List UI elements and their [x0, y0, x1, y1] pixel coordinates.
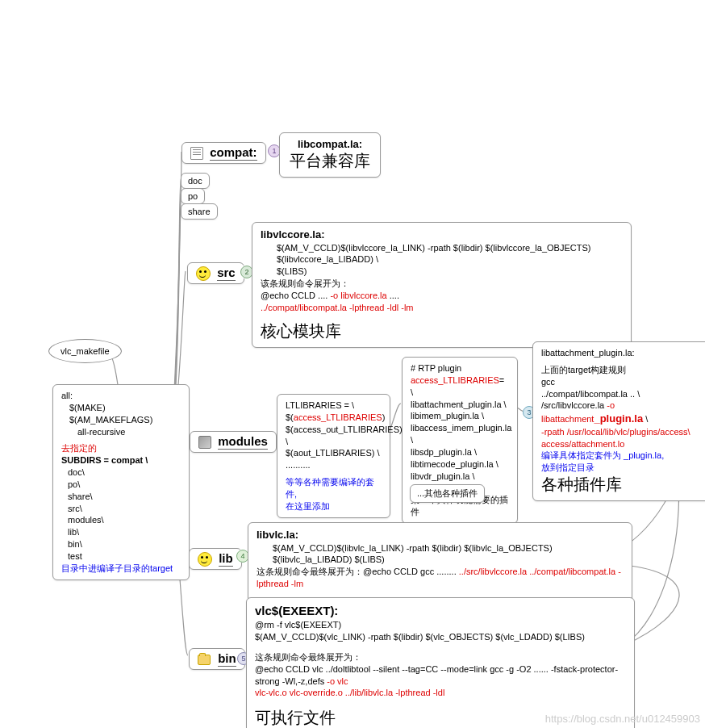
bin-label: bin	[218, 651, 236, 667]
bin-output: vlc$(EXEEXT): @rm -f vlc$(EXEEXT) $(AM_V…	[246, 597, 635, 728]
t: libimem_plugin.la \	[411, 410, 509, 422]
t: po\	[61, 479, 181, 491]
t: ../compat/libcompat.la -lpthread -ldl -l…	[261, 302, 623, 314]
t: @echo CCLD vlc ../doltlibtool --silent -…	[255, 664, 618, 686]
watermark: https://blog.csdn.net/u012459903	[545, 713, 700, 725]
t: libsdp_plugin.la \	[411, 446, 509, 458]
t: share\	[61, 491, 181, 503]
t: 核心模块库	[261, 320, 623, 342]
t: 放到指定目录	[541, 462, 703, 474]
t: libvlccore.la:	[261, 228, 623, 242]
compat-output: libcompat.la: 平台兼容库	[279, 132, 381, 178]
t: src\	[61, 503, 181, 515]
t: -o vlc	[327, 676, 348, 686]
t: $(MAKE) $(AM_MAKEFLAGS)	[61, 402, 181, 426]
t: $(AM_V_CCLD)$(vlc_LINK) -rpath $(libdir)…	[255, 631, 626, 643]
t: 这条规则命令最终展开为：	[257, 567, 363, 576]
t: 平台兼容库	[288, 150, 372, 172]
t: po	[188, 191, 198, 201]
t: )	[382, 412, 386, 422]
t: all-recursive	[61, 426, 181, 438]
t: share	[188, 207, 211, 216]
t: SUBDIRS = compat \	[61, 455, 148, 465]
t: doc\	[61, 467, 181, 479]
t: 编译具体指定套件为 _plugin.la,	[541, 450, 703, 462]
t: test	[61, 550, 181, 563]
subdirs-box: all: $(MAKE) $(AM_MAKEFLAGS) all-recursi…	[52, 384, 190, 580]
folder-icon	[198, 655, 211, 665]
document-icon	[190, 147, 203, 160]
modules-node: modules	[190, 431, 277, 453]
src-node: src	[187, 262, 244, 284]
t: $(AM_V_CCLD)$(libvlccore_la_LINK) -rpath…	[261, 242, 623, 266]
t: bin\	[61, 538, 181, 550]
t: vlc-vlc.o vlc-override.o ../lib/libvlc.l…	[255, 687, 626, 699]
t: doc	[188, 176, 202, 186]
t: 这条规则命令最终展开为：	[255, 651, 626, 663]
t: libcompat.la:	[288, 138, 372, 150]
doc-node: doc	[181, 173, 210, 189]
t: gcc	[541, 376, 703, 388]
t: all:	[61, 390, 181, 402]
src-label: src	[217, 266, 236, 281]
t: access/attachment.lo	[541, 438, 703, 450]
t: ...其他各种插件	[417, 488, 478, 498]
t: access_LTLIBRARIES	[411, 375, 499, 385]
root-label: vlc_makefile	[60, 346, 110, 356]
t: $(	[286, 412, 294, 422]
t: libvlc.la:	[257, 528, 624, 542]
t: @echo CCLD gcc ........	[363, 567, 459, 576]
lib-node: lib	[189, 548, 242, 570]
src-output: libvlccore.la: $(AM_V_CCLD)$(libvlccore_…	[252, 222, 632, 348]
t: 上面的target构建规则	[541, 364, 703, 376]
modules-other-plugins: ...其他各种插件	[410, 484, 485, 503]
t: -o libvlccore.la	[330, 291, 386, 300]
t: -rpath /usr/local/lib/vlc/plugins/access…	[541, 426, 703, 438]
face-icon	[198, 552, 212, 567]
t: $(aout_LTLIBRARIES) \	[286, 447, 382, 459]
t: 各种插件库	[541, 474, 703, 496]
t: ..........	[286, 459, 382, 471]
root-node: vlc_makefile	[48, 339, 122, 363]
t: $(AM_V_CCLD)$(libvlc_la_LINK) -rpath $(l…	[257, 542, 624, 567]
t: @echo CCLD ....	[261, 291, 330, 300]
t: libattachment_plugin.la:	[541, 347, 703, 359]
t: 在这里添加	[286, 500, 382, 513]
t: /src/libvlccore.la	[541, 400, 607, 410]
t: libattachment_plugin.la \	[411, 399, 509, 411]
t: LTLIBRARIES = \	[286, 400, 382, 412]
t: $(LIBS)	[261, 266, 623, 278]
t: lib\	[61, 526, 181, 538]
po-node: po	[181, 188, 205, 204]
modules-label: modules	[218, 434, 268, 450]
face-icon	[196, 266, 211, 281]
t-red: 去指定的	[61, 442, 181, 454]
t: _plugin.la	[594, 412, 643, 425]
t: $(access_out_LTLIBRARIES) \	[286, 424, 382, 448]
t: libtimecode_plugin.la \	[411, 458, 509, 471]
modules-plugin-output: libattachment_plugin.la: 上面的target构建规则 g…	[532, 341, 705, 501]
share-node: share	[181, 203, 218, 220]
t: vlc$(EXEEXT):	[255, 603, 626, 619]
t: \	[643, 414, 648, 424]
lib-label: lib	[219, 551, 233, 567]
t-blue: 目录中进编译子目录的target	[61, 563, 181, 575]
modules-ltlibraries: LTLIBRARIES = \ $(access_LTLIBRARIES) $(…	[277, 394, 390, 518]
t: 该条规则命令展开为：	[261, 278, 623, 290]
t: access_LTLIBRARIES	[294, 412, 382, 422]
compat-label: compat:	[210, 145, 257, 161]
compat-node: compat:	[181, 142, 266, 164]
t: # RTP plugin	[411, 362, 509, 374]
modules-icon	[198, 436, 211, 449]
t: ....	[387, 291, 399, 300]
t: libvdr_plugin.la \	[411, 471, 509, 483]
t: ../compat/libcompat.la .. \	[541, 388, 703, 400]
t: @rm -f vlc$(EXEEXT)	[255, 619, 626, 631]
t: libaccess_imem_plugin.la \	[411, 422, 509, 446]
t: 等等各种需要编译的套件,	[286, 476, 382, 500]
t: modules\	[61, 514, 181, 526]
